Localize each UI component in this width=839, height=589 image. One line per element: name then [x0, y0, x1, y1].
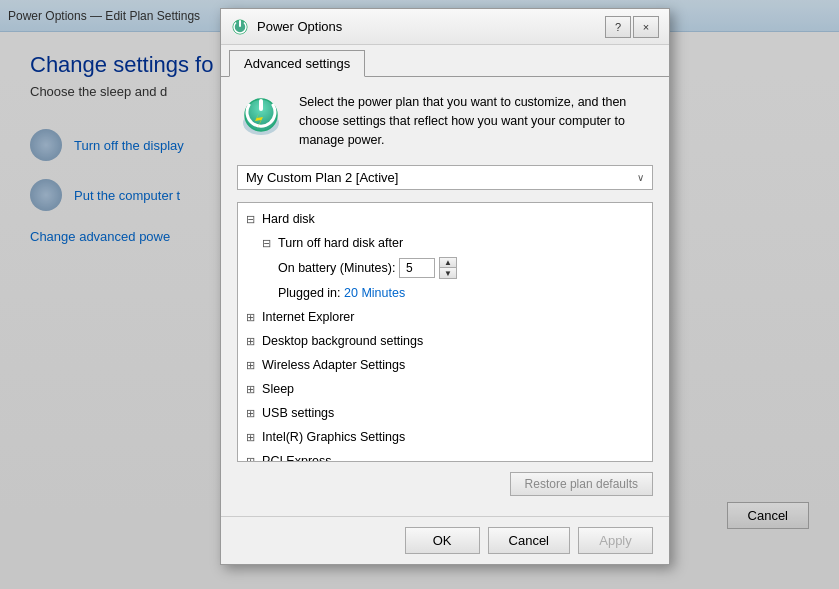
expand-icon-pci: ⊞ [246, 455, 258, 462]
chevron-down-icon: ∨ [637, 172, 644, 183]
tree-item-hard-disk[interactable]: ⊟ Hard disk [238, 207, 652, 231]
settings-list-container[interactable]: ⊟ Hard disk ⊟ Turn off hard disk after O… [237, 202, 653, 462]
tab-bar: Advanced settings [221, 45, 669, 77]
settings-list: ⊟ Hard disk ⊟ Turn off hard disk after O… [238, 203, 652, 462]
expand-icon-desktop-bg: ⊞ [246, 335, 258, 347]
info-text: Select the power plan that you want to c… [299, 93, 653, 149]
ok-button[interactable]: OK [405, 527, 480, 554]
power-options-modal: Power Options ? × Advanced settings [220, 8, 670, 565]
spin-down-button[interactable]: ▼ [440, 268, 456, 278]
tree-item-wireless[interactable]: ⊞ Wireless Adapter Settings [238, 353, 652, 377]
plugged-in-value: 20 Minutes [344, 286, 405, 300]
tree-item-sleep[interactable]: ⊞ Sleep [238, 377, 652, 401]
restore-defaults-button[interactable]: Restore plan defaults [510, 472, 653, 496]
modal-controls: ? × [605, 16, 659, 38]
plan-dropdown-value: My Custom Plan 2 [Active] [246, 170, 398, 185]
tree-item-on-battery: On battery (Minutes): ▲ ▼ [238, 255, 652, 281]
info-section: Select the power plan that you want to c… [237, 93, 653, 149]
tree-item-usb[interactable]: ⊞ USB settings [238, 401, 652, 425]
help-button[interactable]: ? [605, 16, 631, 38]
expand-icon-turn-off: ⊟ [262, 237, 274, 249]
expand-icon-usb: ⊞ [246, 407, 258, 419]
modal-body: Select the power plan that you want to c… [221, 77, 669, 516]
on-battery-label: On battery (Minutes): [278, 258, 395, 278]
modal-titlebar: Power Options ? × [221, 9, 669, 45]
cancel-button[interactable]: Cancel [488, 527, 570, 554]
modal-title: Power Options [257, 19, 605, 34]
battery-minutes-input[interactable] [399, 258, 435, 278]
expand-icon-hard-disk: ⊟ [246, 213, 258, 225]
tree-item-plugged-in: Plugged in: 20 Minutes [238, 281, 652, 305]
tree-item-turn-off-hard-disk[interactable]: ⊟ Turn off hard disk after [238, 231, 652, 255]
expand-icon-intel: ⊞ [246, 431, 258, 443]
spin-input-container: ▲ ▼ [399, 257, 457, 279]
tree-item-internet-explorer[interactable]: ⊞ Internet Explorer [238, 305, 652, 329]
modal-footer: OK Cancel Apply [221, 516, 669, 564]
tree-item-pci-express[interactable]: ⊞ PCI Express [238, 449, 652, 462]
expand-icon-sleep: ⊞ [246, 383, 258, 395]
spin-buttons: ▲ ▼ [439, 257, 457, 279]
restore-section: Restore plan defaults [237, 472, 653, 496]
svg-rect-4 [259, 99, 263, 111]
plan-dropdown[interactable]: My Custom Plan 2 [Active] ∨ [237, 165, 653, 190]
tab-advanced-settings[interactable]: Advanced settings [229, 50, 365, 77]
power-plan-icon [237, 93, 285, 141]
expand-icon-wireless: ⊞ [246, 359, 258, 371]
spin-up-button[interactable]: ▲ [440, 258, 456, 268]
expand-icon-ie: ⊞ [246, 311, 258, 323]
close-button[interactable]: × [633, 16, 659, 38]
apply-button[interactable]: Apply [578, 527, 653, 554]
power-options-icon [231, 18, 249, 36]
tree-item-desktop-bg[interactable]: ⊞ Desktop background settings [238, 329, 652, 353]
svg-rect-1 [239, 20, 241, 27]
tree-item-intel-graphics[interactable]: ⊞ Intel(R) Graphics Settings [238, 425, 652, 449]
